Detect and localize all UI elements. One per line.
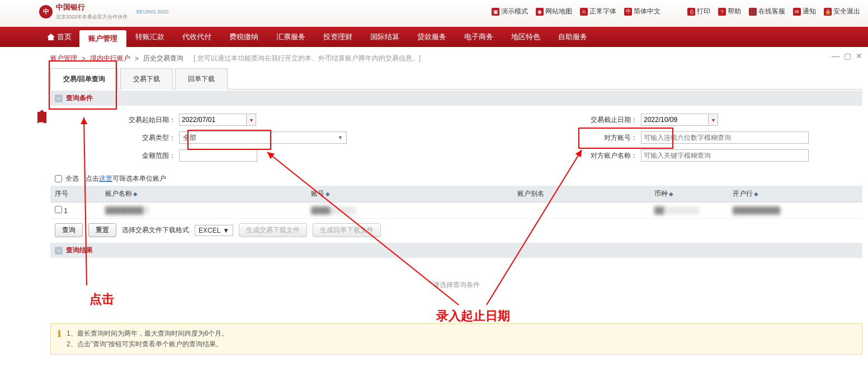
tabs: 交易/回单查询 交易下载 回单下载 (50, 68, 862, 90)
info-line-1: 1、最长查询时间为两年，最大查询时间跨度为6个月。 (67, 328, 228, 339)
expand-menu-button[interactable]: 展开功能菜单 (37, 112, 46, 123)
map-icon: ◉ (536, 8, 544, 16)
counter-acct-input[interactable] (641, 131, 809, 144)
nav-item-transfer[interactable]: 转账汇款 (126, 27, 173, 47)
breadcrumb: 账户管理 > 境内中行账户 > 历史交易查询 [ 您可以通过本功能查询在我行开立… (0, 47, 868, 68)
gen-receipt-file-button[interactable]: 生成回单下载文件 (313, 223, 381, 237)
results-empty-text: 请选择查询条件 (50, 258, 862, 323)
start-date-input[interactable] (179, 114, 246, 126)
sort-icon: ◆ (326, 191, 330, 197)
counter-name-input[interactable] (641, 149, 809, 162)
amount-from-input[interactable] (179, 149, 257, 162)
collapse-icon[interactable]: − (55, 95, 63, 102)
counter-name-label: 对方账户名称： (456, 151, 641, 161)
tab-query[interactable]: 交易/回单查询 (50, 68, 118, 90)
redacted-text: ██████████ (733, 206, 780, 214)
chevron-down-icon: ▼ (223, 227, 229, 234)
headset-icon: 🎧 (749, 8, 757, 16)
filter-row: 全选 点击这里可筛选本单位账户 (50, 172, 862, 186)
download-format-label: 选择交易文件下载格式 (122, 225, 189, 235)
mail-icon: ✉ (793, 8, 801, 16)
query-button[interactable]: 查询 (55, 223, 83, 237)
sort-icon: ◆ (669, 191, 673, 197)
query-form: 交易起始日期： ▾ 交易截止日期： ▾ 交易类型： (50, 106, 862, 172)
support[interactable]: 🎧在线客服 (749, 7, 785, 16)
font-icon: A (580, 8, 588, 16)
info-line-2: 2、点击"查询"按钮可实时查看单个账户的查询结果。 (67, 339, 228, 350)
demo-mode[interactable]: ▣演示模式 (492, 7, 528, 16)
sort-icon: ◆ (133, 191, 138, 197)
help[interactable]: ?帮助 (718, 7, 741, 16)
redacted-text: ██ (654, 206, 699, 214)
row-checkbox[interactable] (55, 206, 62, 213)
main-nav: 首页 账户管理 转账汇款 代收代付 费税缴纳 汇票服务 投资理财 国际结算 贷款… (0, 27, 868, 47)
info-box: ℹ 1、最长查询时间为两年，最大查询时间跨度为6个月。 2、点击"查询"按钮可实… (50, 323, 862, 355)
gen-txn-file-button[interactable]: 生成交易下载文件 (239, 223, 307, 237)
olympic-label: BEIJING 2022 (136, 9, 169, 15)
start-date-picker-icon[interactable]: ▾ (246, 114, 256, 126)
end-date-picker-icon[interactable]: ▾ (708, 114, 718, 126)
col-currency[interactable]: 币种◆ (650, 186, 728, 203)
chevron-down-icon: ▼ (338, 135, 343, 140)
bank-name: 中国银行 (56, 3, 85, 11)
nav-item-region[interactable]: 地区特色 (502, 27, 549, 47)
print-icon: ⎙ (687, 8, 695, 16)
select-all-label: 全选 (65, 174, 79, 183)
table-row[interactable]: 1 ████████ ████ ██ ██████████ (50, 203, 862, 219)
query-section-title: 查询条件 (66, 93, 93, 103)
collapse-icon[interactable]: − (55, 247, 63, 255)
download-format-select[interactable]: EXCEL▼ (195, 225, 233, 236)
nav-item-ecom[interactable]: 电子商务 (455, 27, 502, 47)
nav-item-account[interactable]: 账户管理 (79, 30, 126, 47)
window-controls: — ▢ ✕ (832, 51, 862, 60)
nav-item-self[interactable]: 自助服务 (549, 27, 596, 47)
font-size[interactable]: A正常字体 (580, 7, 616, 16)
redacted-text: ████████ (105, 206, 150, 214)
select-all-checkbox[interactable] (55, 175, 62, 182)
nav-item-loan[interactable]: 贷款服务 (408, 27, 455, 47)
col-acct-name[interactable]: 账户名称◆ (101, 186, 306, 203)
bank-slogan: 北京2022年冬奥会官方合作伙伴 (56, 13, 128, 21)
start-date-label: 交易起始日期： (50, 115, 179, 125)
lang-icon: 中 (624, 8, 632, 16)
amount-label: 金额范围： (50, 151, 179, 161)
col-branch[interactable]: 开户行◆ (728, 186, 862, 203)
minimize-button[interactable]: — (832, 51, 839, 60)
home-icon (47, 34, 55, 40)
nav-item-tax[interactable]: 费税缴纳 (220, 27, 267, 47)
type-label: 交易类型： (50, 133, 179, 143)
query-section-header: − 查询条件 (50, 91, 862, 106)
language[interactable]: 中简体中文 (624, 7, 661, 16)
accounts-table: 序号 账户名称◆ 账号◆ 账户别名 币种◆ 开户行◆ 1 ████████ ██… (50, 186, 862, 219)
print[interactable]: ⎙打印 (687, 7, 710, 16)
transaction-type-select[interactable]: 全部▼ (179, 131, 347, 144)
maximize-button[interactable]: ▢ (844, 51, 851, 60)
nav-item-collect[interactable]: 代收代付 (173, 27, 220, 47)
bc-domestic[interactable]: 境内中行账户 (90, 54, 130, 63)
help-icon: ? (718, 8, 726, 16)
bc-hint: [ 您可以通过本功能查询在我行开立的本、外币结算账户两年内的交易信息。] (194, 54, 421, 63)
result-section-title: 查询结果 (66, 246, 93, 255)
bc-current: 历史交易查询 (143, 54, 183, 63)
filter-here-link[interactable]: 这里 (99, 175, 112, 182)
close-button[interactable]: ✕ (856, 51, 862, 60)
notice[interactable]: ✉通知 (793, 7, 816, 16)
nav-item-draft[interactable]: 汇票服务 (267, 27, 314, 47)
col-acct-no[interactable]: 账号◆ (306, 186, 512, 203)
nav-home[interactable]: 首页 (39, 32, 79, 42)
end-date-input[interactable] (641, 114, 708, 126)
tab-receipt-download[interactable]: 回单下载 (175, 68, 228, 90)
bc-account[interactable]: 账户管理 (50, 54, 77, 63)
logout[interactable]: 🔒安全退出 (824, 7, 860, 16)
tab-txn-download[interactable]: 交易下载 (120, 68, 173, 90)
demo-icon: ▣ (492, 8, 499, 16)
nav-item-invest[interactable]: 投资理财 (314, 27, 361, 47)
nav-item-intl[interactable]: 国际结算 (361, 27, 408, 47)
col-alias[interactable]: 账户别名 (513, 186, 650, 203)
col-seq[interactable]: 序号 (50, 186, 101, 203)
reset-button[interactable]: 重置 (88, 223, 116, 237)
action-bar: 查询 重置 选择交易文件下载格式 EXCEL▼ 生成交易下载文件 生成回单下载文… (50, 219, 862, 242)
site-map[interactable]: ◉网站地图 (536, 7, 572, 16)
result-section-header: − 查询结果 (50, 243, 862, 258)
sort-icon: ◆ (754, 191, 758, 197)
